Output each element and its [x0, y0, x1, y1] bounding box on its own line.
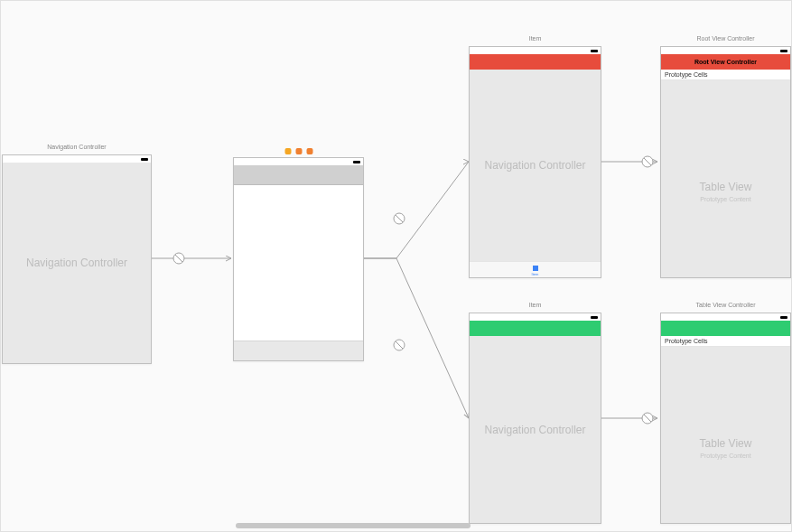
table-view-body: Table View Prototype Content [661, 372, 790, 523]
table-view-placeholder-label: Table View [700, 181, 752, 193]
scene-root-table-view-controller[interactable]: Root View Controller Root View Controlle… [660, 46, 791, 278]
table-view-sub-label: Prototype Content [700, 453, 750, 459]
table-view-placeholder-label: Table View [700, 437, 752, 450]
svg-point-8 [642, 156, 653, 167]
scene-header-label: Navigation Controller [3, 144, 151, 150]
svg-point-5 [394, 340, 405, 350]
status-bar [470, 47, 601, 54]
svg-point-1 [173, 253, 184, 264]
horizontal-scrollbar[interactable] [236, 523, 471, 528]
nav-controller-placeholder-label: Navigation Controller [484, 424, 585, 436]
svg-line-9 [644, 158, 651, 165]
storyboard-canvas[interactable]: Navigation Controller Navigation Control… [1, 1, 791, 531]
scene-header-icons [284, 148, 312, 154]
nav-controller-body: Navigation Controller [470, 336, 601, 523]
tab-item-label: Item [532, 272, 539, 276]
exit-icon [306, 148, 312, 154]
battery-icon [591, 316, 598, 319]
nav-controller-placeholder-label: Navigation Controller [26, 257, 127, 269]
svg-line-12 [644, 415, 651, 422]
battery-icon [780, 50, 787, 52]
scene-navigation-controller-green[interactable]: Item Navigation Controller [469, 313, 601, 524]
svg-line-2 [175, 255, 182, 262]
navigation-bar-green [661, 321, 790, 336]
status-bar [3, 155, 151, 163]
scene-header-label: Item [470, 302, 601, 308]
prototype-cells-label: Prototype Cells [661, 336, 790, 347]
prototype-cell-area [661, 347, 790, 372]
scene-header-label: Table View Controller [661, 302, 790, 308]
view-body [234, 185, 363, 341]
prototype-cell-area [661, 80, 790, 106]
navigation-bar-red [470, 54, 601, 70]
nav-bar-title: Root View Controller [694, 59, 757, 65]
scene-navigation-controller-red[interactable]: Item Navigation Controller Item [469, 46, 601, 278]
svg-line-4 [396, 215, 403, 222]
nav-controller-placeholder-label: Navigation Controller [484, 159, 585, 172]
navigation-bar [234, 165, 363, 185]
viewcontroller-icon [284, 148, 291, 154]
scene-header-label: Item [470, 35, 601, 42]
scene-navigation-controller-left[interactable]: Navigation Controller Navigation Control… [2, 154, 152, 364]
status-bar [661, 47, 790, 54]
scene-table-view-controller[interactable]: Table View Controller Prototype Cells Ta… [660, 313, 791, 524]
navigation-bar-green [470, 321, 601, 336]
tab-item-icon [533, 266, 538, 271]
nav-controller-body: Navigation Controller [470, 70, 601, 261]
navigation-bar-red: Root View Controller [661, 54, 790, 70]
first-responder-icon [295, 148, 302, 154]
status-bar [661, 313, 790, 321]
battery-icon [780, 316, 787, 319]
table-view-sub-label: Prototype Content [700, 196, 750, 202]
table-view-body: Table View Prototype Content [661, 106, 790, 277]
scene-tab-view-controller[interactable] [233, 157, 364, 361]
battery-icon [141, 158, 148, 161]
bottom-toolbar [234, 341, 363, 360]
scene-header-label: Root View Controller [661, 35, 790, 42]
nav-controller-body: Navigation Controller [3, 163, 151, 363]
battery-icon [591, 50, 598, 52]
svg-line-6 [396, 341, 403, 349]
status-bar [234, 158, 363, 165]
prototype-cells-label: Prototype Cells [661, 70, 790, 80]
tab-bar: Item [470, 261, 601, 277]
svg-point-11 [642, 413, 653, 424]
svg-point-3 [394, 213, 405, 224]
status-bar [470, 313, 601, 321]
battery-icon [353, 161, 360, 163]
